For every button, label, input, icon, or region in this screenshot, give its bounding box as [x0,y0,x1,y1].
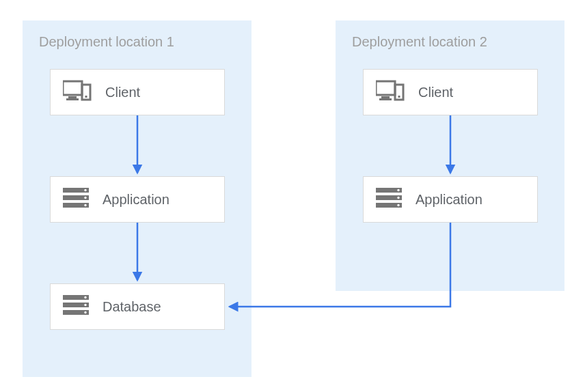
arrow-app2-db1 [230,223,450,307]
arrows-layer [0,0,585,392]
